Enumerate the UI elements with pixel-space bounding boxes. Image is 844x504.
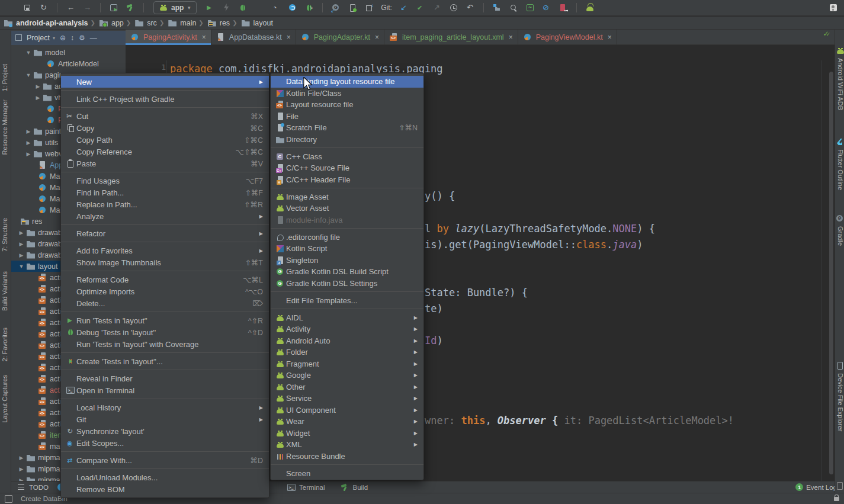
editor-tab[interactable]: PagingAdapter.kt× bbox=[296, 30, 384, 44]
menu-item[interactable]: Open in Terminal bbox=[61, 384, 269, 396]
run-coverage-button[interactable] bbox=[252, 1, 267, 14]
menu-item[interactable]: Image Asset bbox=[271, 191, 423, 203]
menu-item[interactable]: C++ Class bbox=[271, 151, 423, 163]
chevron-right-icon[interactable]: ▶ bbox=[25, 140, 32, 146]
menu-item[interactable]: Analyze▶ bbox=[61, 210, 269, 222]
chevron-right-icon[interactable]: ▶ bbox=[34, 84, 41, 89]
chevron-right-icon[interactable]: ▶ bbox=[18, 252, 25, 258]
menu-item[interactable]: Kotlin Script bbox=[271, 243, 423, 255]
close-icon[interactable]: × bbox=[202, 33, 206, 41]
menu-item[interactable]: Widget▶ bbox=[271, 428, 423, 439]
menu-item[interactable]: Resource Bundle bbox=[271, 451, 423, 463]
emulator-icon[interactable] bbox=[835, 481, 844, 490]
chevron-right-icon[interactable]: ▶ bbox=[18, 241, 25, 247]
menu-item[interactable]: Find in Path...⇧⌘F bbox=[61, 187, 269, 198]
wifi-adb-button[interactable] bbox=[583, 1, 597, 14]
lock-icon[interactable] bbox=[834, 497, 839, 501]
menu-item[interactable]: Compare With...⌘D bbox=[61, 454, 269, 466]
git-rollback-button[interactable] bbox=[463, 1, 477, 14]
toolwindow-tab-build-variants[interactable]: Build Variants bbox=[1, 271, 8, 311]
back-arrow-button[interactable] bbox=[63, 1, 78, 14]
chevron-right-icon[interactable]: ▶ bbox=[18, 455, 25, 461]
editor-tab[interactable]: item_paging_article_layout.xml× bbox=[384, 30, 518, 44]
apply-changes-button[interactable] bbox=[219, 1, 233, 14]
menu-item[interactable]: Paste⌘V bbox=[61, 158, 269, 169]
menu-item[interactable]: AIDL▶ bbox=[271, 312, 423, 324]
menu-item[interactable]: Other▶ bbox=[271, 381, 423, 393]
inspection-status-icon[interactable]: ✓✓ bbox=[823, 30, 830, 38]
menu-item[interactable]: Find Usages⌥F7 bbox=[61, 175, 269, 187]
menu-item[interactable]: Optimize Imports^⌥O bbox=[61, 285, 269, 297]
run-tool-window-button[interactable] bbox=[107, 1, 121, 14]
project-view-selector[interactable]: Project ▾ bbox=[14, 33, 55, 43]
menu-item[interactable]: Cut⌘X bbox=[61, 110, 269, 122]
tree-row[interactable]: ▼model bbox=[11, 47, 126, 58]
breadcrumb-item[interactable]: layout bbox=[241, 18, 273, 28]
editor-tab[interactable]: PagingActivity.kt× bbox=[126, 30, 211, 44]
tree-row[interactable]: ArticleModel bbox=[11, 58, 126, 69]
hide-panel-icon[interactable]: — bbox=[90, 34, 97, 42]
terminal-toolwindow-button[interactable]: Terminal bbox=[287, 483, 325, 492]
menu-item[interactable]: Edit Scopes... bbox=[61, 437, 269, 449]
forward-arrow-button[interactable] bbox=[80, 1, 94, 14]
menu-item[interactable]: Copy Reference⌥⇧⌘C bbox=[61, 146, 269, 158]
menu-item[interactable]: File bbox=[271, 111, 423, 123]
chevron-right-icon[interactable]: ▶ bbox=[18, 230, 25, 236]
git-history-button[interactable] bbox=[447, 1, 461, 14]
attach-profiler-button[interactable] bbox=[285, 1, 300, 14]
user-avatar-button[interactable] bbox=[826, 1, 840, 14]
chevron-right-icon[interactable]: ▶ bbox=[25, 151, 32, 157]
menu-item[interactable]: Scratch File⇧⌘N bbox=[271, 122, 423, 134]
menu-item[interactable]: Edit File Templates... bbox=[271, 295, 423, 307]
menu-item[interactable]: Synchronize 'layout' bbox=[61, 425, 269, 437]
toolwindow-tab-project[interactable]: 1: Project bbox=[1, 64, 8, 91]
menu-item[interactable]: Link C++ Project with Gradle bbox=[61, 93, 269, 105]
breadcrumb-item[interactable]: app bbox=[99, 18, 124, 28]
menu-item[interactable]: Remove BOM bbox=[61, 483, 269, 495]
event-log-button[interactable]: 1 Event Log bbox=[795, 483, 837, 491]
locate-file-icon[interactable]: ⊕ bbox=[60, 34, 66, 42]
breadcrumb-item[interactable]: android-api-analysis bbox=[4, 18, 88, 28]
menu-item[interactable]: Layout resource file bbox=[271, 99, 423, 111]
menu-item[interactable]: Local History▶ bbox=[61, 402, 269, 413]
layout-inspector-button[interactable] bbox=[556, 1, 570, 14]
toolwindow-tab-layout-captures[interactable]: Layout Captures bbox=[1, 375, 8, 423]
breadcrumb-item[interactable]: main bbox=[168, 18, 196, 28]
toolwindow-tab-android-wifi-adb[interactable]: Android WiFi ADB bbox=[836, 46, 844, 110]
menu-item[interactable]: module-info.java bbox=[271, 214, 423, 226]
chevron-down-icon[interactable]: ▼ bbox=[25, 72, 32, 78]
menu-item[interactable]: Git▶ bbox=[61, 413, 269, 425]
run-configuration-selector[interactable]: app▼ bbox=[153, 1, 197, 14]
chevron-right-icon[interactable]: ▶ bbox=[25, 129, 32, 134]
save-all-button[interactable] bbox=[20, 1, 34, 14]
menu-item[interactable]: Directory bbox=[271, 134, 423, 146]
chevron-right-icon[interactable]: ▶ bbox=[18, 466, 25, 472]
toolwindow-tab-favorites[interactable]: 2: Favorites bbox=[1, 328, 8, 361]
menu-item[interactable]: Run 'Tests in 'layout'' with Coverage bbox=[61, 338, 269, 350]
menu-item[interactable]: Kotlin File/Class bbox=[271, 88, 423, 99]
git-commit-button[interactable] bbox=[413, 1, 428, 14]
sdk-manager-button[interactable] bbox=[362, 1, 376, 14]
menu-item[interactable]: UI Component▶ bbox=[271, 405, 423, 416]
build-toolwindow-button[interactable]: Build bbox=[340, 483, 368, 492]
close-icon[interactable]: × bbox=[608, 33, 612, 41]
toggle-toolwindow-buttons-icon[interactable] bbox=[5, 495, 12, 503]
editor-scrollbar[interactable] bbox=[829, 72, 833, 474]
editor-tab[interactable]: PagingViewModel.kt× bbox=[518, 30, 617, 44]
menu-item[interactable]: Folder▶ bbox=[271, 346, 423, 358]
menu-item[interactable]: Wear▶ bbox=[271, 416, 423, 428]
menu-item[interactable]: Gradle Kotlin DSL Settings bbox=[271, 278, 423, 290]
menu-item[interactable]: Fragment▶ bbox=[271, 358, 423, 370]
menu-item[interactable]: Android Auto▶ bbox=[271, 335, 423, 347]
sync-device-button[interactable] bbox=[345, 1, 360, 14]
toolwindow-tab-resource-manager[interactable]: Resource Manager bbox=[1, 99, 8, 155]
gradle-sync-button[interactable] bbox=[329, 1, 343, 14]
todo-toolwindow-button[interactable]: TODO bbox=[17, 483, 49, 492]
chevron-down-icon[interactable]: ▼ bbox=[25, 50, 32, 56]
toolwindow-tab-gradle[interactable]: Gradle bbox=[836, 214, 844, 246]
menu-item[interactable]: New▶ bbox=[61, 76, 269, 88]
git-push-button[interactable] bbox=[430, 1, 444, 14]
no-entry-button[interactable] bbox=[540, 1, 554, 14]
gear-icon[interactable]: ⚙ bbox=[79, 34, 85, 42]
menu-item[interactable]: C/C++ Source File bbox=[271, 162, 423, 174]
